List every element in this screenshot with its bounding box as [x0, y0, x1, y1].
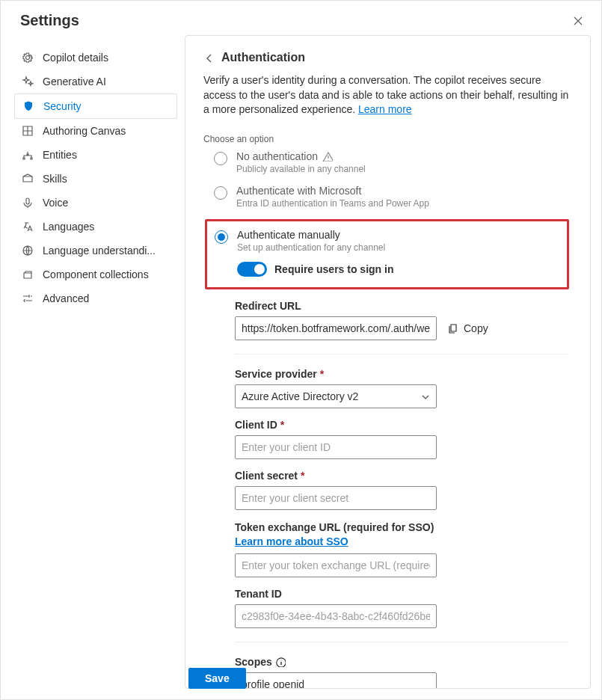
tenant-id-label: Tenant ID: [235, 588, 569, 600]
save-button[interactable]: Save: [188, 668, 246, 689]
settings-panel: Authentication Verify a user's identity …: [185, 35, 591, 689]
auth-options: No authentication Publicly available in …: [203, 150, 569, 689]
sidebar-item-label: Skills: [43, 173, 67, 185]
require-signin-toggle[interactable]: [237, 262, 267, 277]
redirect-url-label: Redirect URL: [235, 300, 569, 312]
sidebar-item-label: Component collections: [43, 268, 149, 280]
toggle-label: Require users to sign in: [274, 263, 393, 275]
option-no-auth[interactable]: No authentication Publicly available in …: [214, 150, 569, 174]
client-secret-input[interactable]: [235, 486, 437, 510]
radio-input[interactable]: [215, 230, 228, 244]
sidebar-item-component-collections[interactable]: Component collections: [14, 262, 177, 286]
client-secret-label: Client secret: [235, 470, 298, 482]
sidebar-item-label: Copilot details: [43, 52, 108, 64]
gear-icon: [22, 52, 34, 64]
option-subtitle: Entra ID authentication in Teams and Pow…: [236, 198, 429, 209]
sidebar-item-label: Voice: [43, 197, 68, 209]
sidebar-item-language-understanding[interactable]: Language understandi...: [14, 239, 177, 262]
chevron-down-icon: [420, 391, 430, 402]
collection-icon: [22, 268, 34, 280]
settings-sidebar: Copilot details Generative AI Security A…: [11, 35, 185, 689]
toolbox-icon: [22, 173, 34, 185]
sidebar-item-label: Entities: [43, 149, 77, 161]
microphone-icon: [22, 197, 34, 209]
sparkle-icon: [22, 76, 34, 88]
option-title: Authenticate manually: [237, 229, 340, 241]
copy-icon: [447, 322, 459, 334]
radio-input[interactable]: [214, 186, 227, 200]
back-button[interactable]: [203, 52, 214, 63]
sidebar-item-label: Security: [43, 100, 82, 112]
option-subtitle: Set up authentication for any channel: [237, 242, 385, 253]
option-auth-manual[interactable]: Authenticate manually Set up authenticat…: [215, 229, 556, 253]
learn-sso-link[interactable]: Learn more about SSO: [235, 535, 348, 547]
sidebar-item-advanced[interactable]: Advanced: [14, 286, 177, 310]
close-icon: [572, 15, 583, 25]
scopes-input[interactable]: [235, 672, 437, 689]
scopes-label: Scopes: [235, 656, 272, 668]
globe-icon: [22, 245, 34, 257]
sidebar-item-label: Authoring Canvas: [43, 125, 126, 137]
shield-icon: [22, 100, 34, 112]
sidebar-item-voice[interactable]: Voice: [14, 191, 177, 215]
chevron-left-icon: [203, 52, 214, 63]
option-title: No authentication: [236, 150, 318, 162]
option-auth-microsoft[interactable]: Authenticate with Microsoft Entra ID aut…: [214, 185, 569, 209]
token-exchange-label: Token exchange URL (required for SSO): [235, 521, 434, 533]
service-provider-select[interactable]: Azure Active Directory v2: [235, 384, 437, 408]
hierarchy-icon: [22, 149, 34, 161]
sidebar-item-authoring-canvas[interactable]: Authoring Canvas: [14, 119, 177, 143]
client-id-label: Client ID: [235, 419, 277, 431]
sidebar-item-security[interactable]: Security: [14, 93, 177, 119]
page-title: Settings: [20, 12, 79, 29]
highlight-manual-auth: Authenticate manually Set up authenticat…: [205, 219, 569, 289]
sidebar-item-label: Advanced: [43, 292, 89, 304]
panel-description: Verify a user's identity during a conver…: [203, 73, 569, 117]
sidebar-item-languages[interactable]: Languages: [14, 215, 177, 239]
option-title: Authenticate with Microsoft: [236, 185, 361, 197]
grid-icon: [22, 125, 34, 137]
sidebar-item-label: Languages: [43, 221, 94, 233]
learn-more-link[interactable]: Learn more: [358, 103, 412, 115]
info-icon[interactable]: [275, 657, 286, 667]
sidebar-item-generative-ai[interactable]: Generative AI: [14, 70, 177, 93]
option-subtitle: Publicly available in any channel: [236, 164, 366, 174]
radio-input[interactable]: [214, 152, 227, 165]
translate-icon: [22, 221, 34, 233]
panel-title: Authentication: [221, 51, 305, 64]
service-provider-label: Service provider: [235, 368, 317, 380]
sidebar-item-skills[interactable]: Skills: [14, 167, 177, 191]
sidebar-item-label: Language understandi...: [43, 245, 156, 257]
close-button[interactable]: [568, 11, 586, 29]
sidebar-item-copilot-details[interactable]: Copilot details: [14, 46, 177, 70]
token-exchange-input[interactable]: [235, 553, 437, 577]
client-id-input[interactable]: [235, 435, 437, 459]
copy-redirect-url-button[interactable]: Copy: [447, 322, 488, 334]
sliders-icon: [22, 292, 34, 304]
sidebar-item-label: Generative AI: [43, 76, 106, 88]
tenant-id-input: [235, 604, 437, 628]
warning-icon: [322, 151, 333, 162]
choose-option-label: Choose an option: [203, 134, 569, 144]
redirect-url-input[interactable]: [235, 316, 437, 340]
sidebar-item-entities[interactable]: Entities: [14, 143, 177, 167]
